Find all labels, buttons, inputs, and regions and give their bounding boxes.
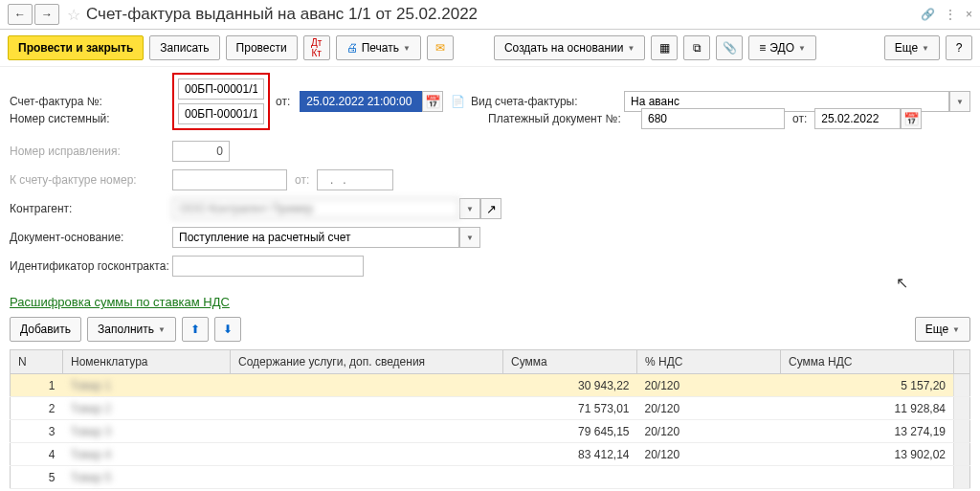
more-button[interactable]: Еще ▼ bbox=[884, 35, 940, 60]
cell-content bbox=[231, 466, 503, 489]
help-button[interactable]: ? bbox=[946, 35, 972, 60]
invoice-type-label: Вид счета-фактуры: bbox=[471, 95, 624, 108]
cell-n: 3 bbox=[11, 420, 63, 443]
structure-button[interactable]: ⧉ bbox=[683, 35, 710, 60]
forward-button[interactable]: → bbox=[34, 4, 59, 25]
cell-content bbox=[231, 443, 503, 466]
edo-button[interactable]: ≡ ЭДО ▼ bbox=[748, 35, 816, 60]
cell-sum bbox=[503, 466, 637, 489]
items-table: N Номенклатура Содержание услуги, доп. с… bbox=[10, 349, 970, 489]
chevron-down-icon: ▼ bbox=[956, 98, 964, 106]
cell-nomenclature: Товар 2 bbox=[63, 397, 231, 420]
chevron-down-icon: ▼ bbox=[798, 44, 806, 53]
attachment-button[interactable]: 📎 bbox=[716, 35, 743, 60]
cell-content bbox=[231, 420, 503, 443]
chevron-down-icon: ▼ bbox=[466, 205, 474, 213]
table-row[interactable]: 5 Товар 5 bbox=[11, 466, 970, 489]
invoice-no-input[interactable] bbox=[178, 78, 264, 100]
payment-doc-date-input[interactable] bbox=[814, 108, 901, 129]
print-button[interactable]: 🖨 Печать ▼ bbox=[336, 35, 421, 60]
calendar-icon: 📅 bbox=[425, 95, 441, 109]
arrow-up-icon: ⬆ bbox=[190, 323, 200, 336]
table-toolbar: Добавить Заполнить ▼ ⬆ ⬇ Еще ▼ bbox=[0, 313, 980, 346]
correction-no-input[interactable] bbox=[172, 141, 230, 162]
col-nomenclature-header[interactable]: Номенклатура bbox=[63, 350, 231, 374]
cell-vatsum bbox=[781, 466, 954, 489]
scrollbar-header bbox=[954, 350, 970, 374]
cell-vat: 20/120 bbox=[637, 443, 781, 466]
window-header: ← → ☆ Счет-фактура выданный на аванс 1/1… bbox=[0, 0, 980, 30]
to-invoice-input[interactable] bbox=[172, 169, 287, 190]
scroll-cell bbox=[954, 420, 970, 443]
calendar-button[interactable]: 📅 bbox=[422, 91, 443, 112]
open-button[interactable]: ↗ bbox=[480, 198, 501, 219]
email-button[interactable]: ✉ bbox=[427, 35, 454, 60]
table-more-button[interactable]: Еще ▼ bbox=[915, 317, 970, 342]
menu-icon[interactable]: ⋮ bbox=[945, 8, 956, 21]
contract-id-input[interactable] bbox=[172, 256, 364, 277]
from-label-2: от: bbox=[792, 112, 807, 125]
post-button[interactable]: Провести bbox=[226, 35, 298, 60]
move-down-button[interactable]: ⬇ bbox=[214, 317, 241, 342]
arrow-left-icon: ← bbox=[14, 8, 26, 21]
back-button[interactable]: ← bbox=[8, 4, 33, 25]
chevron-down-icon: ▼ bbox=[952, 325, 960, 334]
create-based-on-button[interactable]: Создать на основании ▼ bbox=[494, 35, 645, 60]
cell-vat: 20/120 bbox=[637, 420, 781, 443]
tree-icon: ⧉ bbox=[693, 41, 702, 55]
basis-label: Документ-основание: bbox=[10, 231, 172, 244]
calendar-icon: 📅 bbox=[903, 112, 920, 126]
document-icon: ▦ bbox=[659, 41, 670, 55]
post-and-close-button[interactable]: Провести и закрыть bbox=[8, 35, 144, 60]
col-n-header[interactable]: N bbox=[11, 350, 63, 374]
fill-button[interactable]: Заполнить ▼ bbox=[87, 317, 176, 342]
arrow-down-icon: ⬇ bbox=[223, 323, 233, 336]
col-vatsum-header[interactable]: Сумма НДС bbox=[781, 350, 954, 374]
arrow-right-icon: → bbox=[41, 8, 53, 21]
paperclip-icon: 📎 bbox=[723, 41, 737, 55]
main-toolbar: Провести и закрыть Записать Провести ДтК… bbox=[0, 30, 980, 67]
add-button[interactable]: Добавить bbox=[10, 317, 81, 342]
printer-icon: 🖨 bbox=[346, 41, 358, 55]
cell-vatsum: 5 157,20 bbox=[781, 374, 954, 397]
basis-input[interactable] bbox=[172, 227, 459, 248]
form-area: Счет-фактура №: от: 📅 📄 Вид счета-фактур… bbox=[0, 67, 980, 289]
vat-breakdown-section[interactable]: Расшифровка суммы по ставкам НДС bbox=[10, 295, 970, 309]
chevron-down-icon: ▼ bbox=[158, 325, 166, 334]
page-title: Счет-фактура выданный на аванс 1/1 от 25… bbox=[86, 5, 921, 24]
chevron-down-icon: ▼ bbox=[403, 44, 411, 53]
cell-nomenclature: Товар 4 bbox=[63, 443, 231, 466]
table-row[interactable]: 2 Товар 2 71 573,01 20/120 11 928,84 bbox=[11, 397, 970, 420]
datetime-input[interactable] bbox=[300, 91, 422, 112]
cell-vat bbox=[637, 466, 781, 489]
chevron-down-icon: ▼ bbox=[627, 44, 635, 53]
move-up-button[interactable]: ⬆ bbox=[182, 317, 209, 342]
close-icon[interactable]: × bbox=[966, 8, 972, 21]
dropdown-btn[interactable]: ▼ bbox=[459, 198, 480, 219]
save-button[interactable]: Записать bbox=[149, 35, 219, 60]
link-icon[interactable]: 🔗 bbox=[921, 8, 935, 21]
col-content-header[interactable]: Содержание услуги, доп. сведения bbox=[231, 350, 503, 374]
invoice-no-label: Счет-фактура №: bbox=[10, 95, 172, 108]
cell-n: 2 bbox=[11, 397, 63, 420]
table-row[interactable]: 1 Товар 1 30 943,22 20/120 5 157,20 bbox=[11, 374, 970, 397]
dropdown-button[interactable]: ▼ bbox=[949, 91, 970, 112]
cell-sum: 71 573,01 bbox=[503, 397, 637, 420]
star-icon[interactable]: ☆ bbox=[67, 6, 80, 24]
debit-credit-button[interactable]: ДтКт bbox=[303, 35, 330, 60]
calendar-button-2[interactable]: 📅 bbox=[901, 108, 922, 129]
cell-n: 5 bbox=[11, 466, 63, 489]
to-invoice-date-input[interactable] bbox=[317, 169, 393, 190]
col-vat-header[interactable]: % НДС bbox=[637, 350, 781, 374]
table-row[interactable]: 4 Товар 4 83 412,14 20/120 13 902,02 bbox=[11, 443, 970, 466]
col-sum-header[interactable]: Сумма bbox=[503, 350, 637, 374]
counterparty-input[interactable] bbox=[172, 198, 459, 219]
cell-vatsum: 13 902,02 bbox=[781, 443, 954, 466]
cell-vat: 20/120 bbox=[637, 397, 781, 420]
payment-doc-no-input[interactable] bbox=[641, 108, 785, 129]
basis-dropdown[interactable]: ▼ bbox=[459, 227, 480, 248]
report-button[interactable]: ▦ bbox=[651, 35, 678, 60]
table-row[interactable]: 3 Товар 3 79 645,15 20/120 13 274,19 bbox=[11, 420, 970, 443]
status-icon[interactable]: 📄 bbox=[451, 95, 465, 108]
chevron-down-icon: ▼ bbox=[466, 234, 474, 242]
